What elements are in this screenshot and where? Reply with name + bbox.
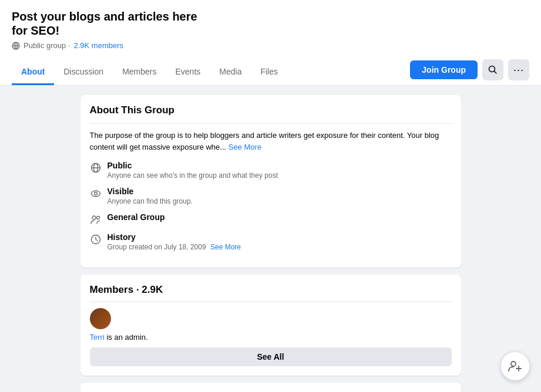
more-options-button[interactable]: ···: [508, 59, 529, 80]
svg-point-10: [94, 192, 97, 195]
members-divider: [90, 302, 452, 302]
nav-actions: Join Group ···: [410, 59, 529, 85]
main-content: About This Group The purpose of the grou…: [71, 95, 471, 392]
visible-icon: [90, 188, 102, 200]
info-general-content: General Group: [107, 212, 452, 222]
svg-line-5: [495, 72, 497, 74]
about-divider: [90, 123, 452, 124]
admin-name[interactable]: Terri: [90, 333, 105, 342]
meta-text: Public group ·: [23, 41, 70, 50]
tab-media[interactable]: Media: [210, 60, 251, 85]
members-link[interactable]: 2.9K members: [74, 41, 124, 50]
activity-card: Activity 2 new posts today 110 in the la…: [80, 383, 461, 392]
info-history: History Group created on July 18, 2009 S…: [90, 232, 452, 251]
history-see-more[interactable]: See More: [210, 243, 241, 251]
public-icon: [90, 162, 102, 174]
info-history-content: History Group created on July 18, 2009 S…: [107, 232, 452, 251]
info-public-content: Public Anyone can see who's in the group…: [107, 161, 452, 180]
floating-action-button[interactable]: [501, 352, 529, 380]
tab-members[interactable]: Members: [113, 60, 166, 85]
admin-label: Terri is an admin.: [90, 333, 452, 342]
members-card-title: Members · 2.9K: [90, 284, 452, 296]
group-meta: Public group · 2.9K members: [12, 41, 529, 50]
search-button[interactable]: [482, 59, 503, 80]
info-general: General Group: [90, 212, 452, 225]
search-icon: [488, 65, 498, 75]
general-group-icon: [90, 214, 102, 225]
header-section: Post your blogs and articles here for SE…: [0, 0, 541, 86]
more-dots-icon: ···: [513, 65, 524, 75]
page-wrapper: Post your blogs and articles here for SE…: [0, 0, 541, 392]
info-public: Public Anyone can see who's in the group…: [90, 161, 452, 180]
history-icon: [90, 234, 102, 245]
join-group-button[interactable]: Join Group: [410, 60, 478, 79]
about-card-title: About This Group: [90, 104, 452, 116]
nav-bar: About Discussion Members Events Media Fi…: [12, 57, 529, 85]
tab-files[interactable]: Files: [251, 60, 287, 85]
tab-discussion[interactable]: Discussion: [54, 60, 113, 85]
tab-about[interactable]: About: [12, 60, 54, 85]
nav-tabs: About Discussion Members Events Media Fi…: [12, 60, 287, 85]
svg-point-11: [92, 216, 96, 219]
svg-point-19: [511, 361, 516, 366]
admin-avatar: [90, 308, 111, 329]
members-card: Members · 2.9K Terri is an admin. See Al…: [80, 275, 461, 376]
about-description: The purpose of the group is to help blog…: [90, 130, 452, 153]
about-see-more[interactable]: See More: [229, 143, 261, 151]
info-visible-content: Visible Anyone can find this group.: [107, 187, 452, 205]
svg-point-9: [91, 191, 100, 197]
svg-point-12: [96, 217, 99, 219]
about-card: About This Group The purpose of the grou…: [80, 95, 461, 268]
group-title: Post your blogs and articles here for SE…: [12, 9, 529, 38]
person-plus-icon: [508, 359, 522, 373]
globe-icon: [12, 42, 20, 50]
see-all-button[interactable]: See All: [90, 347, 452, 366]
info-visible: Visible Anyone can find this group.: [90, 187, 452, 205]
tab-events[interactable]: Events: [166, 60, 210, 85]
